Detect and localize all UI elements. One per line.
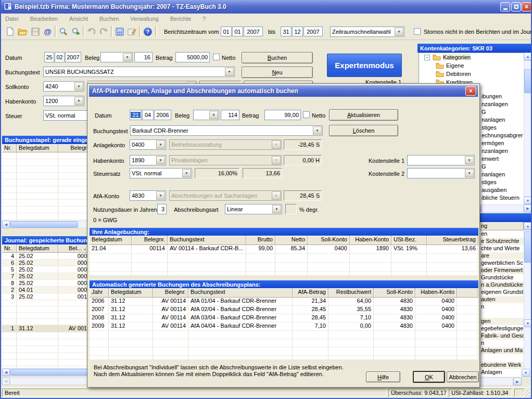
degr-value-field[interactable]	[285, 204, 297, 214]
redo-icon[interactable]	[98, 25, 110, 37]
anlagekonto-combo[interactable]: 0400▼	[130, 139, 166, 150]
table-row[interactable]	[90, 347, 478, 356]
table-row[interactable]	[2, 173, 90, 179]
table-row[interactable]	[90, 272, 478, 275]
dlg-beleg-nr[interactable]: 114	[221, 110, 239, 120]
table-row[interactable]	[2, 339, 90, 346]
datum-year[interactable]: 2007	[65, 52, 81, 62]
abschreibungsart-combo[interactable]: Linear▼	[225, 204, 282, 214]
steuer-field[interactable]: VSt. normal	[43, 110, 90, 121]
edit-note-icon[interactable]	[126, 25, 138, 37]
tree-item-debitoren[interactable]: Debitoren	[419, 70, 524, 78]
table-row[interactable]	[2, 152, 90, 159]
scroll-left-icon[interactable]: ◀	[2, 368, 10, 376]
table-row[interactable]	[2, 179, 90, 186]
search-icon[interactable]	[57, 25, 69, 37]
scroll-thumb[interactable]	[10, 369, 88, 376]
chevron-down-icon[interactable]: ▼	[156, 156, 165, 164]
neu-button[interactable]: Neu	[242, 67, 313, 78]
plan-data-row[interactable]: 200831.12AV 00114AfA 03/04 - Barkauf CDR…	[90, 314, 478, 323]
help-icon[interactable]: ?	[142, 25, 154, 37]
aktualisieren-button[interactable]: Aktualisieren	[329, 109, 398, 121]
table-row[interactable]	[2, 200, 90, 207]
menu-ansicht[interactable]: Ansicht	[69, 16, 88, 22]
menu-bearbeiten[interactable]: Bearbeiten	[30, 16, 58, 22]
tree-item-kategorien[interactable]: − Kategorien	[419, 53, 524, 61]
chevron-down-icon[interactable]: ▼	[182, 169, 191, 177]
habenkonto-combo[interactable]: 1200▼	[43, 96, 84, 106]
period-to-day[interactable]: 31	[281, 27, 292, 36]
table-row[interactable]	[2, 159, 90, 166]
plan-data-row[interactable]: 200631.12AV 00114AfA 01/04 - Barkauf CDR…	[90, 298, 478, 306]
plan-data-row[interactable]: 200731.12AV 00114AfA 02/04 - Barkauf CDR…	[90, 306, 478, 314]
scroll-right-icon[interactable]: ▶	[524, 204, 532, 212]
table-row[interactable]	[2, 313, 90, 319]
chevron-down-icon[interactable]: ▼	[156, 140, 165, 149]
stornos-checkbox[interactable]	[414, 28, 421, 35]
chevron-down-icon[interactable]: ▼	[395, 28, 403, 36]
hilfe-button[interactable]: Hilfe	[366, 371, 400, 382]
save-icon[interactable]	[29, 25, 41, 37]
chevron-down-icon[interactable]: ▼	[74, 97, 83, 105]
scroll-left-icon[interactable]: ◀	[2, 221, 10, 228]
resize-grip[interactable]	[523, 390, 530, 397]
table-row[interactable]	[2, 346, 90, 353]
chevron-down-icon[interactable]: ▼	[123, 53, 132, 61]
dlg-datum-month[interactable]: 04	[142, 110, 154, 120]
scroll-down-icon[interactable]: ▼	[522, 369, 530, 377]
netto-checkbox[interactable]	[213, 54, 220, 60]
table-row[interactable]: 825.02000	[2, 280, 90, 287]
dlg-netto-checkbox[interactable]	[303, 111, 310, 118]
chevron-down-icon[interactable]: ▼	[465, 169, 474, 177]
plan-data-row[interactable]: 200931.12AV 00114AfA 04/04 - Barkauf CDR…	[90, 323, 478, 331]
journal-hscrollbar[interactable]: ◀	[2, 368, 90, 376]
dialog-close-icon[interactable]: ×	[465, 86, 476, 96]
scroll-thumb[interactable]	[524, 69, 531, 93]
email-icon[interactable]: @	[42, 25, 54, 37]
ok-button[interactable]: OK	[413, 371, 445, 383]
menu-verwaltung[interactable]: Verwaltung	[130, 16, 158, 22]
tree-item-eigene[interactable]: Eigene	[419, 61, 524, 70]
journal-selected-row[interactable]: 131.12AV 001	[2, 325, 90, 332]
period-from-year[interactable]: 2007	[244, 27, 263, 36]
chevron-down-icon[interactable]: ▼	[209, 111, 218, 119]
chevron-down-icon[interactable]: ▼	[272, 205, 281, 213]
scroll-up-icon[interactable]: ▲	[524, 222, 532, 230]
undo-icon[interactable]	[85, 25, 97, 37]
table-row[interactable]	[90, 254, 478, 263]
period-quickselect-combo[interactable]: Zeitraumschnellanwahl▼	[330, 27, 404, 37]
datum-day[interactable]: 25	[44, 52, 54, 62]
period-to-year[interactable]: 2007	[303, 27, 323, 36]
table-row[interactable]	[2, 193, 90, 200]
scroll-down-icon[interactable]: ▼	[524, 319, 532, 327]
period-to-month[interactable]: 12	[292, 27, 303, 36]
table-row[interactable]	[90, 263, 478, 272]
expertenmodus-button[interactable]: Expertenmodus	[327, 54, 402, 77]
kostenstelle2-combo[interactable]: ▼	[407, 168, 475, 178]
menu-datei[interactable]: Datei	[5, 16, 19, 22]
table-row[interactable]	[2, 332, 90, 339]
menu-help[interactable]: ?	[202, 16, 206, 22]
search-go-icon[interactable]	[70, 25, 82, 37]
table-row[interactable]	[90, 339, 478, 347]
table-row[interactable]: 425.02000	[2, 253, 90, 260]
new-file-icon[interactable]	[4, 25, 16, 37]
table-row[interactable]	[2, 319, 90, 325]
kostenstelle1-combo[interactable]: ▼	[407, 155, 475, 165]
beleg-nr-field[interactable]: 16	[134, 52, 153, 62]
table-row[interactable]: 525.02000	[2, 266, 90, 273]
scroll-thumb[interactable]	[524, 231, 531, 263]
scroll-down-icon[interactable]: ▼	[524, 197, 532, 204]
scroll-right-icon[interactable]: ▶	[513, 378, 522, 385]
betrag-field[interactable]: 5000,00	[175, 52, 210, 62]
maximize-button[interactable]	[511, 2, 521, 11]
dlg-datum-year[interactable]: 2006	[154, 110, 171, 120]
dlg-beleg-combo[interactable]: ▼	[193, 110, 219, 120]
calculator-icon[interactable]	[113, 25, 125, 37]
buchungstext-combo[interactable]: UNSER BUCHUNGSSATZ▼	[43, 67, 235, 77]
table-row[interactable]	[2, 359, 90, 366]
table-row[interactable]	[90, 331, 478, 339]
abbrechen-button[interactable]: Abbrechen	[447, 371, 479, 382]
open-file-icon[interactable]	[17, 25, 29, 37]
table-row[interactable]	[2, 207, 90, 213]
